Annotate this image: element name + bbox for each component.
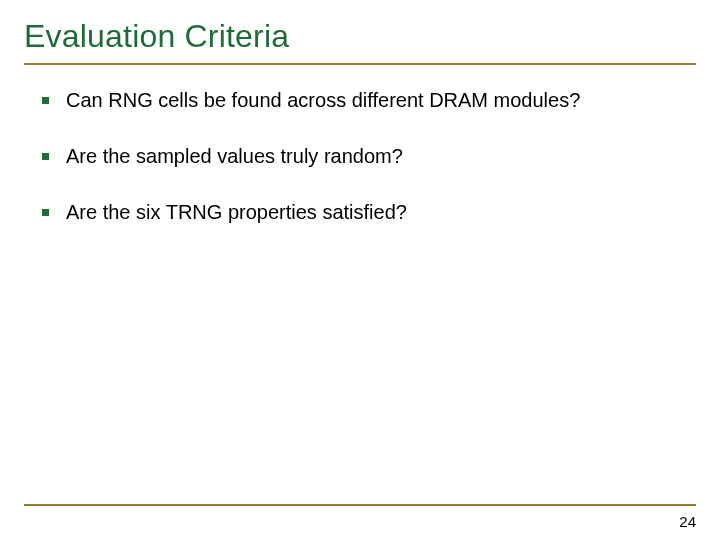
slide: Evaluation Criteria Can RNG cells be fou… (0, 0, 720, 540)
page-title: Evaluation Criteria (24, 18, 696, 55)
page-number: 24 (679, 513, 696, 530)
list-item: Can RNG cells be found across different … (42, 87, 696, 113)
title-divider (24, 63, 696, 65)
list-item: Are the sampled values truly random? (42, 143, 696, 169)
bullet-list: Can RNG cells be found across different … (24, 87, 696, 225)
list-item: Are the six TRNG properties satisfied? (42, 199, 696, 225)
footer-divider (24, 504, 696, 506)
